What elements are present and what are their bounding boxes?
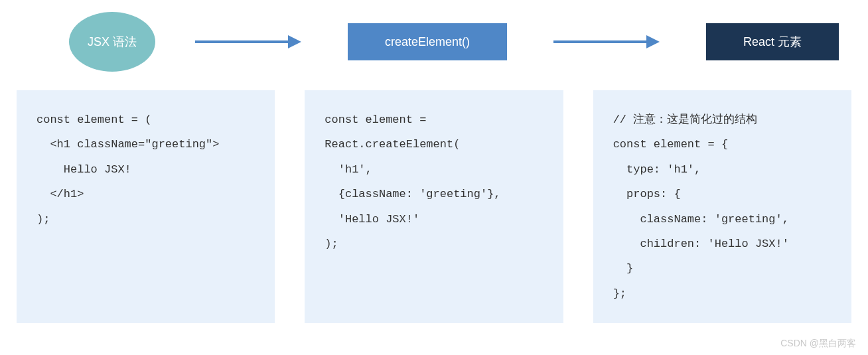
node-react-element: React 元素	[706, 23, 839, 60]
code-block-jsx: const element = ( <h1 className="greetin…	[17, 90, 275, 323]
svg-marker-3	[646, 35, 660, 48]
arrow-icon	[195, 34, 301, 50]
flow-diagram: JSX 语法 createElement() React 元素	[0, 0, 868, 90]
watermark: CSDN @黑白两客	[780, 338, 856, 350]
node-create-element: createElement()	[348, 23, 507, 60]
code-block-element-object: // 注意：这是简化过的结构 const element = { type: '…	[593, 90, 851, 323]
code-block-createelement: const element = React.createElement( 'h1…	[305, 90, 563, 323]
svg-marker-1	[288, 35, 301, 48]
node-label: React 元素	[743, 34, 802, 50]
node-label: createElement()	[385, 35, 470, 49]
node-jsx-syntax: JSX 语法	[69, 12, 155, 72]
code-examples-row: const element = ( <h1 className="greetin…	[0, 90, 868, 323]
arrow-icon	[553, 34, 660, 50]
node-label: JSX 语法	[88, 34, 137, 50]
